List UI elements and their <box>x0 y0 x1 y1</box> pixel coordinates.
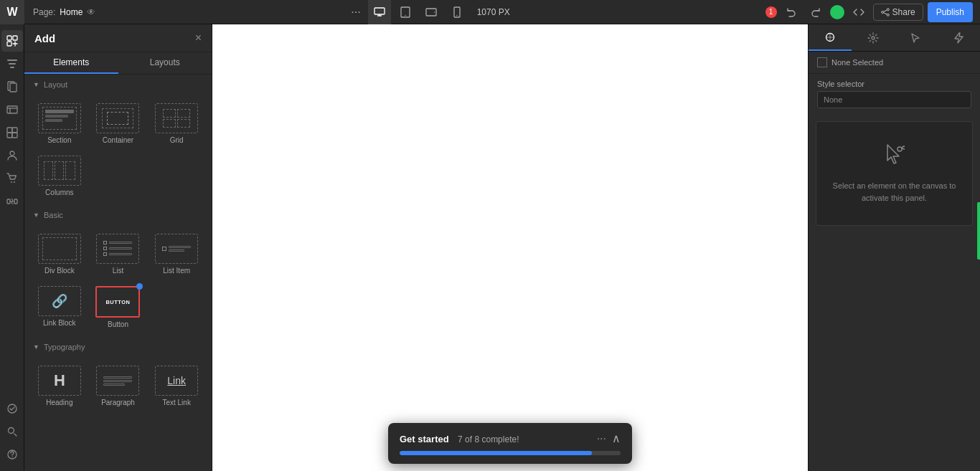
pages-icon[interactable] <box>1 76 23 97</box>
tab-interactions-panel[interactable] <box>895 24 938 51</box>
checkmark-icon[interactable] <box>1 398 23 419</box>
tab-lightning-panel[interactable] <box>937 24 980 51</box>
element-columns[interactable]: Columns <box>32 151 88 201</box>
svg-rect-13 <box>7 60 17 61</box>
element-button[interactable]: BUTTON Button <box>90 282 146 333</box>
element-list-item[interactable]: List Item <box>149 229 204 279</box>
tab-style[interactable] <box>809 24 852 51</box>
device-tablet-btn[interactable] <box>394 0 417 24</box>
canvas-area[interactable]: Get started 7 of 8 complete! ··· ∧ <box>212 24 808 471</box>
topbar-center: ··· 1070 PX <box>347 0 515 24</box>
text-link-label: Text Link <box>162 399 190 406</box>
add-panel-title: Add <box>34 32 55 44</box>
get-started-bar: Get started 7 of 8 complete! ··· ∧ <box>388 423 632 464</box>
svg-point-28 <box>8 404 17 413</box>
button-element-icon: BUTTON <box>95 286 140 318</box>
svg-point-23 <box>10 151 14 156</box>
div-block-icon <box>38 234 81 264</box>
get-started-collapse-btn[interactable]: ∧ <box>612 432 621 445</box>
element-list[interactable]: List <box>90 229 146 279</box>
svg-point-2 <box>405 14 405 15</box>
cms-icon[interactable] <box>1 99 23 120</box>
svg-rect-15 <box>10 67 14 68</box>
element-grid[interactable]: Grid <box>149 99 204 148</box>
app-logo[interactable]: W <box>0 0 24 24</box>
device-tablet-landscape-btn[interactable] <box>420 0 443 24</box>
canvas-width: 1070 PX <box>471 7 516 17</box>
typography-section-header[interactable]: ▼ Typography <box>24 337 212 357</box>
element-text-link[interactable]: Link Text Link <box>149 361 204 411</box>
svg-rect-11 <box>13 36 17 40</box>
main-area: Add × Elements Layouts ▼ Layout S <box>0 24 980 471</box>
svg-rect-26 <box>7 199 10 204</box>
right-panel: None Selected Style selector Select an e… <box>808 24 980 471</box>
add-panel-close-btn[interactable]: × <box>195 32 202 44</box>
logic-icon[interactable] <box>1 191 23 212</box>
layout-elements-grid: Section Container <box>24 95 212 205</box>
get-started-title: Get started <box>400 434 449 444</box>
left-icon-bar <box>0 24 24 471</box>
assets-icon[interactable] <box>1 122 23 143</box>
page-label: Page: <box>33 7 55 17</box>
paragraph-icon <box>96 366 139 396</box>
list-label: List <box>113 267 124 275</box>
code-view-btn[interactable] <box>849 2 869 22</box>
page-name[interactable]: Home <box>60 7 83 17</box>
cursor-icon <box>885 143 905 171</box>
tab-elements[interactable]: Elements <box>24 52 118 74</box>
ecommerce-icon[interactable] <box>1 168 23 189</box>
undo-btn[interactable] <box>781 2 801 22</box>
element-paragraph[interactable]: Paragraph <box>90 361 146 411</box>
help-icon[interactable] <box>1 444 23 465</box>
get-started-progress-text: 7 of 8 complete! <box>458 434 519 444</box>
layout-arrow-icon: ▼ <box>33 81 39 88</box>
svg-rect-17 <box>10 83 17 92</box>
svg-point-7 <box>887 8 889 10</box>
element-container[interactable]: Container <box>90 99 146 148</box>
tab-settings-panel[interactable] <box>852 24 895 51</box>
svg-rect-20 <box>12 128 17 133</box>
notification-badge[interactable]: 1 <box>765 6 777 18</box>
add-panel-header: Add × <box>24 24 212 52</box>
redo-btn[interactable] <box>806 2 826 22</box>
users-icon[interactable] <box>1 145 23 166</box>
topbar-more-dots[interactable]: ··· <box>347 6 364 19</box>
basic-section-label: Basic <box>44 211 63 219</box>
svg-point-34 <box>897 147 902 151</box>
none-selected-checkbox <box>817 57 827 67</box>
columns-label: Columns <box>45 189 73 196</box>
right-panel-tabs <box>809 24 980 52</box>
element-div-block[interactable]: Div Block <box>32 229 88 279</box>
svg-point-35 <box>903 146 905 149</box>
section-label: Section <box>47 136 71 144</box>
element-link-block[interactable]: 🔗 Link Block <box>32 282 88 333</box>
get-started-header: Get started 7 of 8 complete! ··· ∧ <box>400 432 621 445</box>
navigator-icon[interactable] <box>1 53 23 75</box>
get-started-more-btn[interactable]: ··· <box>597 432 606 445</box>
share-button[interactable]: Share <box>873 4 923 21</box>
element-badge <box>136 283 143 290</box>
style-selector-input[interactable] <box>817 91 971 108</box>
layout-section-header[interactable]: ▼ Layout <box>24 75 212 95</box>
search-icon[interactable] <box>1 421 23 442</box>
svg-rect-0 <box>374 8 385 14</box>
canvas-frame[interactable] <box>212 24 808 471</box>
add-panel: Add × Elements Layouts ▼ Layout S <box>24 24 212 471</box>
container-label: Container <box>103 136 133 144</box>
svg-point-31 <box>11 457 12 457</box>
list-item-icon <box>155 234 198 264</box>
publish-button[interactable]: Publish <box>928 2 973 22</box>
basic-section-header[interactable]: ▼ Basic <box>24 205 212 225</box>
svg-rect-18 <box>7 106 17 113</box>
add-element-icon[interactable] <box>1 30 23 52</box>
element-section[interactable]: Section <box>32 99 88 148</box>
tab-layouts[interactable]: Layouts <box>118 52 212 74</box>
device-mobile-btn[interactable] <box>446 0 468 24</box>
svg-rect-12 <box>7 42 11 46</box>
page-eye-icon[interactable]: 👁 <box>87 7 95 17</box>
device-desktop-btn[interactable] <box>368 0 391 24</box>
element-heading[interactable]: H Heading <box>32 361 88 411</box>
svg-rect-19 <box>7 128 12 133</box>
paragraph-label: Paragraph <box>101 399 135 406</box>
list-icon <box>96 234 139 264</box>
